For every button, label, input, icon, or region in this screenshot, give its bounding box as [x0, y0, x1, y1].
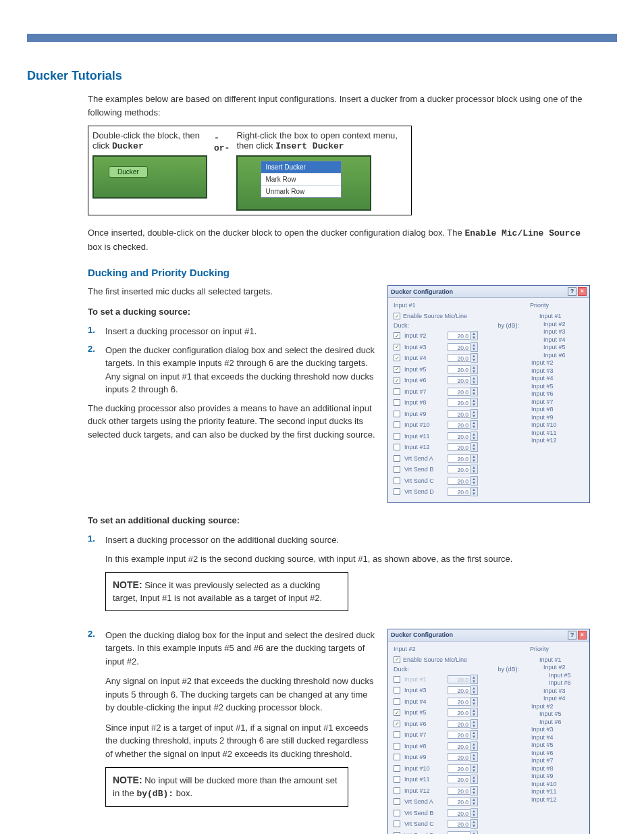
- duck-spinner[interactable]: 20.0 ▲▼: [448, 331, 478, 340]
- spinner-down-icon[interactable]: ▼: [471, 779, 477, 783]
- duck-spinner[interactable]: 20.0 ▲▼: [448, 675, 478, 684]
- duck-spinner[interactable]: 20.0 ▲▼: [448, 808, 478, 818]
- duck-spinner[interactable]: 20.0 ▲▼: [448, 764, 478, 773]
- spinner-down-icon[interactable]: ▼: [471, 459, 477, 463]
- duck-spinner-value[interactable]: 20.0: [448, 421, 471, 429]
- spinner-down-icon[interactable]: ▼: [471, 690, 477, 694]
- duck-checkbox[interactable]: ✓: [394, 377, 400, 384]
- duck-spinner-value[interactable]: 20.0: [448, 488, 471, 496]
- duck-spinner-value[interactable]: 20.0: [448, 831, 471, 834]
- duck-checkbox[interactable]: [394, 798, 400, 805]
- duck-checkbox[interactable]: ✓: [394, 355, 400, 361]
- duck-spinner-value[interactable]: 20.0: [448, 820, 471, 828]
- context-menu-mark-row[interactable]: Mark Row: [261, 174, 341, 186]
- spinner-down-icon[interactable]: ▼: [471, 380, 477, 384]
- duck-spinner-value[interactable]: 20.0: [448, 753, 471, 761]
- duck-checkbox[interactable]: [394, 444, 400, 450]
- duck-checkbox[interactable]: [394, 388, 400, 395]
- spinner-down-icon[interactable]: ▼: [471, 735, 477, 739]
- duck-spinner-value[interactable]: 20.0: [448, 376, 471, 384]
- enable-source-checkbox[interactable]: ✓: [394, 313, 400, 319]
- spinner-down-icon[interactable]: ▼: [471, 768, 477, 773]
- duck-spinner-value[interactable]: 20.0: [448, 798, 471, 806]
- duck-spinner-value[interactable]: 20.0: [448, 742, 471, 750]
- spinner-down-icon[interactable]: ▼: [471, 414, 477, 418]
- duck-spinner[interactable]: 20.0 ▲▼: [448, 398, 478, 407]
- duck-checkbox[interactable]: ✓: [394, 709, 400, 716]
- duck-checkbox[interactable]: [394, 787, 400, 794]
- duck-spinner-value[interactable]: 20.0: [448, 477, 471, 485]
- duck-spinner[interactable]: 20.0 ▲▼: [448, 387, 478, 396]
- duck-spinner-value[interactable]: 20.0: [448, 365, 471, 373]
- duck-spinner[interactable]: 20.0 ▲▼: [448, 819, 478, 829]
- duck-checkbox[interactable]: ✓: [394, 344, 400, 350]
- duck-spinner[interactable]: 20.0 ▲▼: [448, 719, 478, 729]
- spinner-down-icon[interactable]: ▼: [471, 481, 477, 485]
- duck-spinner-value[interactable]: 20.0: [448, 410, 471, 418]
- duck-checkbox[interactable]: [394, 477, 400, 484]
- duck-checkbox[interactable]: [394, 820, 400, 827]
- duck-spinner[interactable]: 20.0 ▲▼: [448, 797, 478, 806]
- spinner-down-icon[interactable]: ▼: [471, 369, 477, 373]
- spinner-down-icon[interactable]: ▼: [471, 757, 477, 761]
- duck-checkbox[interactable]: ✓: [394, 366, 400, 373]
- duck-checkbox[interactable]: [394, 399, 400, 406]
- duck-checkbox[interactable]: ✓: [394, 721, 400, 727]
- duck-spinner-value[interactable]: 20.0: [448, 398, 471, 407]
- close-button[interactable]: ×: [578, 287, 587, 296]
- duck-spinner-value[interactable]: 20.0: [448, 720, 471, 728]
- spinner-down-icon[interactable]: ▼: [471, 358, 477, 362]
- duck-spinner-value[interactable]: 20.0: [448, 443, 471, 451]
- spinner-down-icon[interactable]: ▼: [471, 336, 477, 340]
- spinner-down-icon[interactable]: ▼: [471, 824, 477, 828]
- spinner-down-icon[interactable]: ▼: [471, 492, 477, 496]
- duck-spinner-value[interactable]: 20.0: [448, 432, 471, 440]
- duck-spinner-value[interactable]: 20.0: [448, 708, 471, 716]
- duck-checkbox[interactable]: [394, 754, 400, 760]
- duck-spinner-value[interactable]: 20.0: [448, 354, 471, 362]
- help-button[interactable]: ?: [568, 287, 576, 296]
- spinner-down-icon[interactable]: ▼: [471, 813, 477, 817]
- duck-checkbox[interactable]: ✓: [394, 332, 400, 339]
- context-menu-unmark-row[interactable]: Unmark Row: [261, 186, 341, 197]
- duck-spinner[interactable]: 20.0 ▲▼: [448, 442, 478, 452]
- duck-spinner[interactable]: 20.0 ▲▼: [448, 353, 478, 363]
- help-button[interactable]: ?: [568, 631, 576, 640]
- duck-spinner[interactable]: 20.0 ▲▼: [448, 730, 478, 739]
- duck-checkbox[interactable]: [394, 411, 400, 417]
- spinner-down-icon[interactable]: ▼: [471, 712, 477, 716]
- duck-spinner[interactable]: 20.0 ▲▼: [448, 454, 478, 463]
- duck-spinner[interactable]: 20.0 ▲▼: [448, 476, 478, 486]
- duck-checkbox[interactable]: [394, 687, 400, 694]
- duck-spinner-value[interactable]: 20.0: [448, 698, 471, 706]
- duck-checkbox[interactable]: [394, 765, 400, 772]
- spinner-down-icon[interactable]: ▼: [471, 702, 477, 706]
- spinner-down-icon[interactable]: ▼: [471, 802, 477, 806]
- duck-checkbox[interactable]: [394, 731, 400, 738]
- spinner-up-icon[interactable]: ▲: [471, 831, 477, 834]
- duck-spinner[interactable]: 20.0 ▲▼: [448, 831, 478, 834]
- duck-checkbox[interactable]: [394, 455, 400, 462]
- duck-spinner[interactable]: 20.0 ▲▼: [448, 365, 478, 374]
- ducker-pill[interactable]: Ducker: [109, 166, 148, 178]
- spinner-down-icon[interactable]: ▼: [471, 447, 477, 451]
- duck-checkbox[interactable]: [394, 421, 400, 428]
- duck-checkbox[interactable]: [394, 810, 400, 816]
- duck-spinner-value[interactable]: 20.0: [448, 775, 471, 783]
- spinner-down-icon[interactable]: ▼: [471, 425, 477, 429]
- duck-spinner-value[interactable]: 20.0: [448, 686, 471, 694]
- duck-spinner-value[interactable]: 20.0: [448, 675, 471, 683]
- duck-spinner[interactable]: 20.0 ▲▼: [448, 752, 478, 762]
- duck-checkbox[interactable]: [394, 698, 400, 705]
- duck-spinner-value[interactable]: 20.0: [448, 332, 471, 340]
- duck-spinner-value[interactable]: 20.0: [448, 809, 471, 817]
- duck-spinner-value[interactable]: 20.0: [448, 465, 471, 473]
- spinner-down-icon[interactable]: ▼: [471, 436, 477, 440]
- duck-spinner[interactable]: 20.0 ▲▼: [448, 786, 478, 796]
- duck-spinner-value[interactable]: 20.0: [448, 731, 471, 739]
- duck-spinner[interactable]: 20.0 ▲▼: [448, 697, 478, 706]
- duck-spinner[interactable]: 20.0 ▲▼: [448, 375, 478, 385]
- duck-spinner[interactable]: 20.0 ▲▼: [448, 741, 478, 751]
- duck-checkbox[interactable]: [394, 488, 400, 495]
- duck-spinner[interactable]: 20.0 ▲▼: [448, 708, 478, 717]
